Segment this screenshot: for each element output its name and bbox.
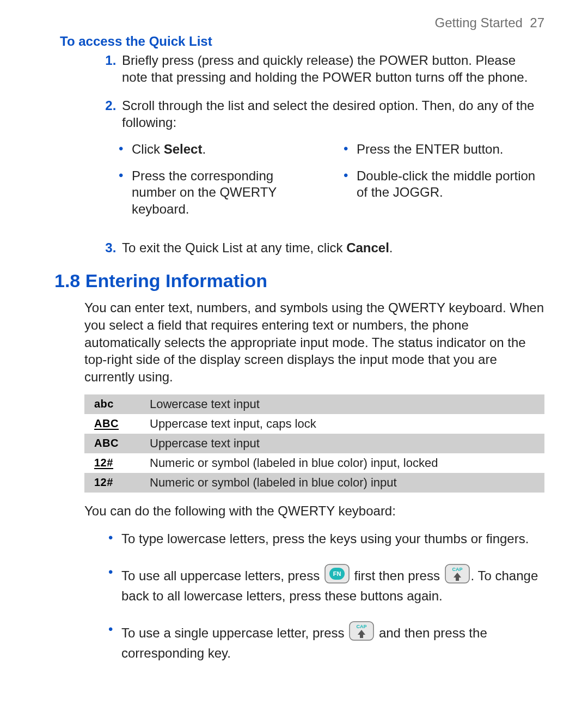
cap-key-icon: CAP: [445, 563, 470, 585]
table-row: abc Lowercase text input: [84, 394, 544, 414]
after-table-text: You can do the following with the QWERTY…: [84, 502, 544, 520]
table-row: 12# Numeric or symbol (labeled in blue c…: [84, 453, 544, 473]
mode-desc: Uppercase text input, caps lock: [140, 414, 544, 434]
chapter-name: Getting Started: [435, 15, 523, 30]
instr-lowercase: To type lowercase letters, press the key…: [106, 528, 544, 549]
svg-text:CAP: CAP: [452, 567, 462, 572]
mode-desc: Uppercase text input: [140, 434, 544, 453]
option-number-key: Press the corresponding number on the QW…: [117, 168, 320, 218]
table-row: 12# Numeric or symbol (labeled in blue c…: [84, 473, 544, 493]
table-row: ABC Uppercase text input, caps lock: [84, 414, 544, 434]
keyboard-instructions: To type lowercase letters, press the key…: [84, 528, 544, 664]
step-2: Scroll through the list and select the d…: [120, 98, 544, 227]
table-row: ABC Uppercase text input: [84, 434, 544, 453]
section-heading: 1.8 Entering Information: [54, 270, 544, 291]
quick-list-heading: To access the Quick List: [60, 34, 544, 49]
mode-icon-capslock: ABC: [84, 414, 140, 434]
section-title-text: Entering Information: [85, 270, 267, 291]
manual-page: Getting Started 27 To access the Quick L…: [0, 0, 588, 710]
step-3: To exit the Quick List at any time, clic…: [120, 240, 544, 257]
step-1-text: Briefly press (press and quickly release…: [122, 53, 528, 84]
section-intro: You can enter text, numbers, and symbols…: [84, 299, 544, 385]
mode-icon-numeric-locked: 12#: [84, 453, 140, 473]
mode-icon-lowercase: abc: [84, 394, 140, 414]
svg-text:CAP: CAP: [357, 624, 367, 629]
mode-desc: Numeric or symbol (labeled in blue color…: [140, 453, 544, 473]
input-mode-table: abc Lowercase text input ABC Uppercase t…: [84, 394, 544, 493]
step-2-intro: Scroll through the list and select the d…: [122, 98, 534, 130]
mode-desc: Lowercase text input: [140, 394, 544, 414]
fn-key-icon: FN: [324, 563, 350, 585]
section-number: 1.8: [54, 270, 80, 291]
mode-desc: Numeric or symbol (labeled in blue color…: [140, 473, 544, 493]
option-joggr: Double-click the middle portion of the J…: [341, 168, 544, 201]
instr-all-uppercase: To use all uppercase letters, press FN f…: [106, 563, 544, 606]
option-select: Click Select.: [117, 141, 320, 158]
cap-key-icon: CAP: [349, 620, 374, 642]
step-1: Briefly press (press and quickly release…: [120, 52, 544, 86]
option-enter: Press the ENTER button.: [341, 141, 544, 158]
running-header: Getting Started 27: [54, 15, 544, 31]
svg-text:FN: FN: [333, 570, 341, 577]
mode-icon-uppercase: ABC: [84, 434, 140, 453]
quick-list-steps: Briefly press (press and quickly release…: [87, 52, 544, 256]
mode-icon-numeric: 12#: [84, 473, 140, 493]
step-2-options: Click Select. Press the corresponding nu…: [117, 141, 544, 228]
page-number: 27: [530, 15, 544, 30]
instr-single-uppercase: To use a single uppercase letter, press …: [106, 620, 544, 663]
